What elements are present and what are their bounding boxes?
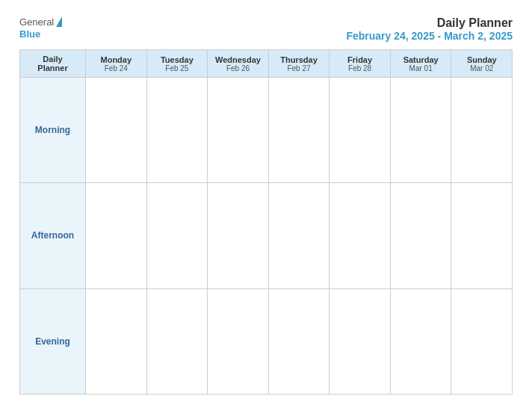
day-col-friday: Friday Feb 28 — [330, 50, 391, 77]
evening-sunday[interactable] — [451, 289, 512, 394]
afternoon-friday[interactable] — [330, 183, 391, 288]
morning-thursday[interactable] — [269, 78, 330, 182]
row-morning: Morning — [20, 78, 512, 183]
date-range: February 24, 2025 - March 2, 2025 — [346, 30, 513, 42]
day-date-wednesday: Feb 26 — [226, 64, 250, 72]
morning-tuesday[interactable] — [147, 78, 208, 182]
day-date-thursday: Feb 27 — [287, 64, 310, 72]
row-evening: Evening — [20, 289, 512, 394]
day-date-sunday: Mar 02 — [470, 64, 493, 72]
day-col-saturday: Saturday Mar 01 — [391, 50, 452, 77]
evening-tuesday[interactable] — [147, 289, 208, 394]
day-date-monday: Feb 24 — [105, 64, 128, 72]
page: General Blue Daily Planner February 24, … — [7, 7, 525, 404]
day-col-wednesday: Wednesday Feb 26 — [208, 50, 269, 77]
day-col-sunday: Sunday Mar 02 — [451, 50, 512, 77]
morning-monday[interactable] — [86, 78, 147, 182]
page-title: Daily Planner — [346, 16, 513, 30]
morning-label: Morning — [35, 125, 70, 135]
day-date-tuesday: Feb 25 — [165, 64, 188, 72]
morning-sunday[interactable] — [451, 78, 512, 182]
afternoon-label: Afternoon — [31, 230, 74, 241]
calendar-header-row: Daily Planner Monday Feb 24 Tuesday Feb … — [20, 50, 512, 78]
evening-thursday[interactable] — [269, 289, 330, 394]
evening-friday[interactable] — [330, 289, 391, 394]
title-block: Daily Planner February 24, 2025 - March … — [346, 16, 513, 42]
morning-saturday[interactable] — [391, 78, 452, 182]
morning-friday[interactable] — [330, 78, 391, 182]
day-date-saturday: Mar 01 — [409, 64, 433, 72]
calendar-body: Morning Afternoon — [20, 78, 512, 394]
day-col-monday: Monday Feb 24 — [86, 50, 147, 77]
day-col-thursday: Thursday Feb 27 — [269, 50, 330, 77]
logo-general: General — [19, 16, 54, 28]
day-name-sunday: Sunday — [467, 55, 497, 64]
day-col-tuesday: Tuesday Feb 25 — [147, 50, 208, 77]
day-name-thursday: Thursday — [280, 55, 318, 64]
label-col-line2: Planner — [37, 64, 67, 72]
evening-label: Evening — [35, 336, 70, 347]
time-label-morning: Morning — [20, 78, 86, 182]
afternoon-wednesday[interactable] — [208, 183, 269, 288]
day-name-friday: Friday — [347, 55, 372, 64]
day-name-saturday: Saturday — [403, 55, 439, 64]
time-label-afternoon: Afternoon — [20, 183, 86, 288]
day-date-friday: Feb 28 — [348, 64, 371, 72]
label-col-line1: Daily — [43, 55, 62, 64]
header: General Blue Daily Planner February 24, … — [19, 16, 513, 42]
afternoon-monday[interactable] — [86, 183, 147, 288]
day-name-wednesday: Wednesday — [215, 55, 261, 64]
afternoon-thursday[interactable] — [269, 183, 330, 288]
evening-monday[interactable] — [86, 289, 147, 394]
evening-saturday[interactable] — [391, 289, 452, 394]
logo-blue: Blue — [19, 28, 40, 40]
afternoon-sunday[interactable] — [451, 183, 512, 288]
afternoon-tuesday[interactable] — [147, 183, 208, 288]
day-name-tuesday: Tuesday — [161, 55, 194, 64]
evening-wednesday[interactable] — [208, 289, 269, 394]
label-column-header: Daily Planner — [20, 50, 86, 77]
calendar: Daily Planner Monday Feb 24 Tuesday Feb … — [19, 49, 513, 395]
logo: General Blue — [19, 16, 62, 40]
afternoon-saturday[interactable] — [391, 183, 452, 288]
time-label-evening: Evening — [20, 289, 86, 394]
row-afternoon: Afternoon — [20, 183, 512, 288]
day-name-monday: Monday — [101, 55, 132, 64]
morning-wednesday[interactable] — [208, 78, 269, 182]
logo-triangle-icon — [56, 16, 62, 27]
